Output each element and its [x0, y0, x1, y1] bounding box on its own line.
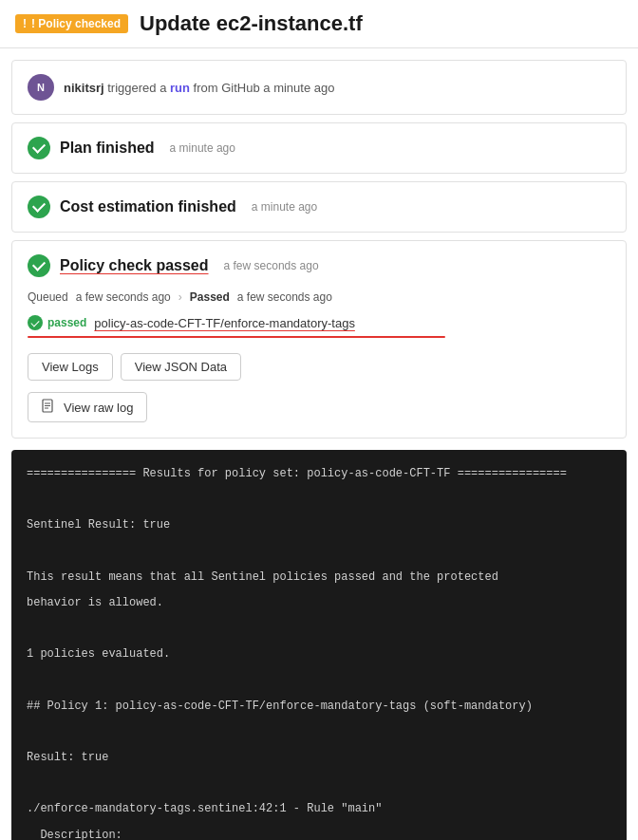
view-json-button[interactable]: View JSON Data	[121, 353, 241, 381]
cost-card-header: Cost estimation finished a minute ago	[28, 196, 610, 218]
passed-badge: passed	[28, 315, 86, 330]
step-breadcrumb: Queued a few seconds ago › Passed a few …	[28, 290, 610, 304]
trigger-time: a minute ago	[263, 81, 334, 95]
terminal-line-8	[27, 672, 611, 690]
page-title: Update ec2-instance.tf	[140, 11, 363, 36]
exclamation-icon: !	[23, 17, 27, 30]
breadcrumb-chevron: ›	[178, 290, 182, 304]
plan-card-header: Plan finished a minute ago	[28, 137, 610, 159]
terminal-line-5: behavior is allowed.	[27, 594, 611, 612]
trigger-user: nikitsrj	[64, 81, 104, 95]
terminal-line-4: This result means that all Sentinel poli…	[27, 569, 611, 587]
terminal-line-10	[27, 723, 611, 741]
terminal-line-9: ## Policy 1: policy-as-code-CFT-TF/enfor…	[27, 698, 611, 716]
policy-check-card: Policy check passed a few seconds ago Qu…	[11, 240, 627, 439]
plan-time: a minute ago	[170, 141, 235, 155]
terminal-line-14: Description:	[27, 827, 611, 840]
red-underline-divider	[28, 336, 445, 338]
terminal-line-1	[27, 491, 611, 509]
trigger-text: nikitsrj triggered a run from GitHub a m…	[64, 81, 334, 95]
page-wrapper: ! ! Policy checked Update ec2-instance.t…	[0, 0, 638, 840]
passed-line: passed policy-as-code-CFT-TF/enforce-man…	[28, 315, 610, 330]
terminal-block: ================ Results for policy set:…	[11, 450, 627, 840]
run-link[interactable]: run	[170, 81, 190, 95]
terminal-line-11: Result: true	[27, 749, 611, 767]
trigger-action: triggered a	[107, 81, 166, 95]
view-logs-button[interactable]: View Logs	[28, 353, 113, 381]
cost-estimation-card: Cost estimation finished a minute ago	[11, 181, 627, 233]
terminal-line-7: 1 policies evaluated.	[27, 645, 611, 663]
plan-check-icon	[28, 137, 50, 159]
queued-label: Queued	[28, 290, 68, 304]
trigger-source: from GitHub	[194, 81, 260, 95]
cost-time: a minute ago	[252, 200, 317, 214]
passed-badge-text: passed	[47, 316, 86, 329]
avatar-initials: N	[37, 82, 45, 93]
terminal-line-3	[27, 543, 611, 561]
page-header: ! ! Policy checked Update ec2-instance.t…	[0, 0, 638, 48]
terminal-line-0: ================ Results for policy set:…	[27, 465, 611, 483]
terminal-line-6	[27, 620, 611, 638]
terminal-line-13: ./enforce-mandatory-tags.sentinel:42:1 -…	[27, 800, 611, 818]
policy-path-text: policy-as-code-CFT-TF/enforce-mandatory-…	[94, 316, 355, 330]
cost-check-icon	[28, 196, 50, 218]
raw-log-label: View raw log	[64, 401, 133, 415]
passed-step-time: a few seconds ago	[237, 290, 332, 304]
policy-path: policy-as-code-CFT-TF/enforce-mandatory-…	[94, 316, 355, 330]
policy-time: a few seconds ago	[224, 259, 319, 272]
terminal-line-12	[27, 775, 611, 793]
view-raw-log-button[interactable]: View raw log	[28, 392, 147, 422]
plan-finished-card: Plan finished a minute ago	[11, 122, 627, 174]
passed-step-label: Passed	[190, 290, 230, 304]
policy-checked-badge: ! ! Policy checked	[15, 14, 128, 33]
terminal-line-2: Sentinel Result: true	[27, 516, 611, 534]
policy-card-header: Policy check passed a few seconds ago	[28, 254, 610, 277]
passed-badge-icon	[28, 315, 43, 330]
policy-title: Policy check passed	[60, 257, 209, 274]
trigger-row: N nikitsrj triggered a run from GitHub a…	[11, 60, 627, 115]
cost-title: Cost estimation finished	[60, 198, 236, 215]
buttons-row: View Logs View JSON Data	[28, 353, 610, 381]
policy-check-icon	[28, 254, 50, 277]
badge-text: ! Policy checked	[31, 17, 121, 30]
plan-title: Plan finished	[60, 140, 155, 157]
doc-icon	[42, 399, 57, 416]
avatar: N	[28, 74, 54, 101]
queued-time: a few seconds ago	[76, 290, 171, 304]
